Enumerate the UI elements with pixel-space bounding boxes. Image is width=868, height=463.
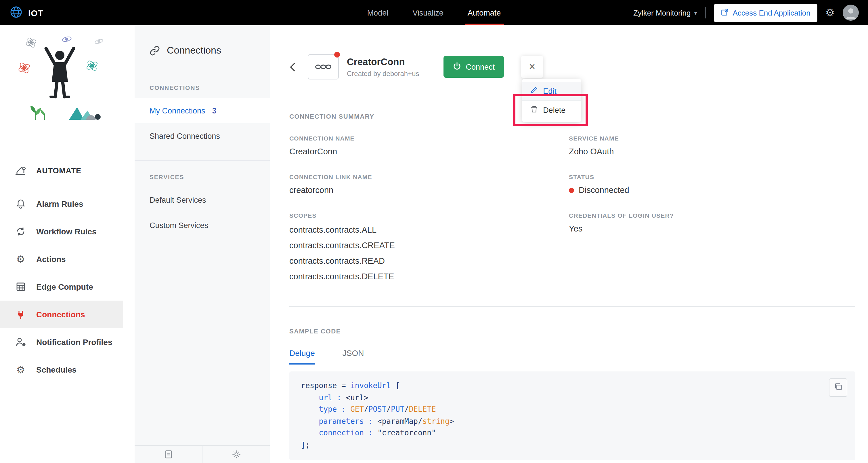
brand-label: IOT <box>28 8 43 18</box>
chain-links-icon <box>308 54 339 80</box>
main-content: CreatorConn Created by deborah+us Connec… <box>270 25 868 463</box>
connection-title: CreatorConn <box>347 56 419 67</box>
plug-icon <box>14 309 28 320</box>
my-connections-count: 3 <box>212 106 217 115</box>
field-service-name: SERVICE NAME Zoho OAuth <box>569 135 855 156</box>
tab-deluge[interactable]: Deluge <box>289 348 315 365</box>
connections-panel: Connections CONNECTIONS My Connections 3… <box>134 25 270 463</box>
section-divider <box>289 307 855 307</box>
workflow-sync-icon <box>14 226 28 237</box>
chevron-down-icon: ▾ <box>694 9 697 16</box>
power-plug-icon <box>453 62 461 72</box>
connection-summary-grid: CONNECTION NAME CreatorConn SERVICE NAME… <box>289 135 855 285</box>
access-end-application-button[interactable]: Access End Application <box>714 4 817 22</box>
status-badge: Disconnected <box>569 185 855 195</box>
connection-subtitle: Created by deborah+us <box>347 69 419 78</box>
bell-icon <box>14 198 28 210</box>
edit-menu-item[interactable]: Edit <box>522 82 581 101</box>
scope-item: contracts.contracts.CREATE <box>289 238 569 253</box>
brand: IOT <box>9 5 43 21</box>
org-selector[interactable]: Zylker Monitoring ▾ <box>633 8 697 17</box>
sidebar-item-automate[interactable]: AUTOMATE <box>0 156 123 184</box>
panel-item-shared-connections[interactable]: Shared Connections <box>134 123 270 149</box>
copy-code-button[interactable] <box>829 378 847 397</box>
field-connection-link-name: CONNECTION LINK NAME creatorconn <box>289 173 569 195</box>
scope-item: contracts.contracts.DELETE <box>289 269 569 285</box>
copy-icon <box>834 382 842 393</box>
robot-arm-icon <box>14 165 28 176</box>
app-root: IOT Model Visualize Automate Zylker Moni… <box>0 0 868 463</box>
iot-logo-icon <box>9 5 23 21</box>
field-scopes: SCOPES contracts.contracts.ALL contracts… <box>289 212 569 285</box>
panel-bottom-bar <box>134 445 270 463</box>
sample-code-heading: SAMPLE CODE <box>289 328 855 335</box>
edge-compute-icon <box>14 281 28 293</box>
external-link-icon <box>720 8 728 18</box>
code-tabs: Deluge JSON <box>289 348 855 365</box>
sidebar-illustration <box>0 32 123 134</box>
top-bar: IOT Model Visualize Automate Zylker Moni… <box>0 0 868 25</box>
back-button[interactable] <box>289 55 304 79</box>
schedule-gear-icon: ⚙ <box>14 364 28 375</box>
sidebar-item-edge-compute[interactable]: Edge Compute <box>0 273 123 300</box>
more-menu: × Edit <box>521 56 543 78</box>
panel-item-my-connections[interactable]: My Connections 3 <box>134 98 270 123</box>
code-lines: response = invokeUrl [ url : <url> type … <box>301 380 844 451</box>
field-connection-name: CONNECTION NAME CreatorConn <box>289 135 569 156</box>
services-section-label: SERVICES <box>134 173 270 187</box>
sidebar-menu: AUTOMATE Alarm Rules <box>0 156 123 383</box>
panel-item-custom-services[interactable]: Custom Services <box>134 212 270 238</box>
status-dot-icon <box>334 52 340 58</box>
services-section: SERVICES Default Services Custom Service… <box>134 160 270 238</box>
nav-model[interactable]: Model <box>355 0 401 25</box>
panel-title: Connections <box>134 25 270 56</box>
topbar-divider <box>705 7 706 19</box>
trash-icon <box>530 106 538 115</box>
context-dropdown: Edit Delete <box>522 79 581 122</box>
tab-json[interactable]: JSON <box>343 348 364 365</box>
panel-item-default-services[interactable]: Default Services <box>134 187 270 212</box>
sidebar-item-workflow-rules[interactable]: Workflow Rules <box>0 218 123 245</box>
nav-visualize[interactable]: Visualize <box>400 0 456 25</box>
connect-button[interactable]: Connect <box>443 56 504 78</box>
sidebar-item-schedules[interactable]: ⚙ Schedules <box>0 356 123 383</box>
person-bell-icon <box>14 336 28 348</box>
scopes-list: contracts.contracts.ALL contracts.contra… <box>289 222 569 285</box>
connection-titles: CreatorConn Created by deborah+us <box>347 56 419 78</box>
link-icon <box>150 46 160 56</box>
document-icon[interactable] <box>134 446 202 463</box>
field-status: STATUS Disconnected <box>569 173 855 195</box>
pencil-icon <box>530 86 538 95</box>
sidebar-item-actions[interactable]: ⚙ Actions <box>0 245 123 273</box>
sun-icon[interactable] <box>202 446 270 463</box>
close-menu-button[interactable]: × <box>521 56 543 78</box>
delete-menu-item[interactable]: Delete <box>522 101 581 119</box>
sidebar-item-connections[interactable]: Connections <box>0 300 123 328</box>
sidebar-item-alarm-rules[interactable]: Alarm Rules <box>0 190 123 218</box>
nav-automate[interactable]: Automate <box>456 0 513 25</box>
gear-icon[interactable]: ⚙ <box>826 7 835 18</box>
sidebar-item-notification-profiles[interactable]: Notification Profiles <box>0 328 123 356</box>
connections-section-label: CONNECTIONS <box>134 84 270 98</box>
actions-gear-icon: ⚙ <box>14 253 28 265</box>
top-right: Zylker Monitoring ▾ Access End Applicati… <box>633 4 859 22</box>
scope-item: contracts.contracts.ALL <box>289 222 569 238</box>
disconnected-dot-icon <box>569 187 574 193</box>
connection-header: CreatorConn Created by deborah+us Connec… <box>289 54 855 80</box>
connection-icon-box <box>308 54 339 80</box>
field-credentials: CREDENTIALS OF LOGIN USER? Yes <box>569 212 855 285</box>
scope-item: contracts.contracts.READ <box>289 253 569 269</box>
close-icon: × <box>529 60 535 73</box>
left-sidebar: AUTOMATE Alarm Rules <box>0 25 123 463</box>
code-block: response = invokeUrl [ url : <url> type … <box>289 371 855 460</box>
avatar[interactable] <box>843 5 859 21</box>
